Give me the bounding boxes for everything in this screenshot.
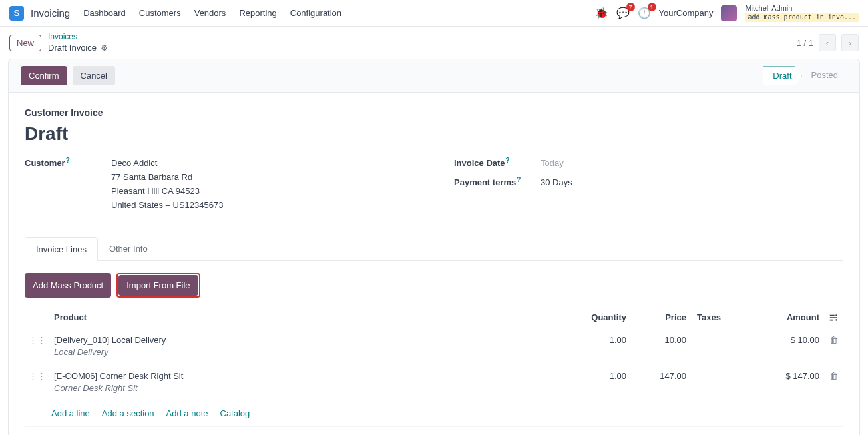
top-nav: S Invoicing Dashboard Customers Vendors … — [0, 0, 868, 27]
help-icon[interactable]: ? — [517, 176, 521, 183]
breadcrumb: Invoices Draft Invoice ⚙ — [48, 32, 108, 53]
page-title: Draft — [25, 123, 843, 145]
app-icon[interactable]: S — [9, 6, 24, 21]
nav-links: Dashboard Customers Vendors Reporting Co… — [83, 8, 594, 18]
tab-invoice-lines[interactable]: Invoice Lines — [25, 237, 98, 261]
drag-handle-icon[interactable]: ⋮⋮ — [25, 328, 50, 364]
col-settings-icon[interactable] — [823, 307, 843, 328]
cell-qty[interactable]: 1.00 — [557, 328, 630, 364]
terms-label: Payment terms? — [454, 176, 541, 187]
line-buttons: Add Mass Product Import From File — [25, 273, 843, 298]
svg-point-1 — [835, 320, 837, 321]
pager-prev[interactable]: ‹ — [819, 34, 836, 51]
cell-qty[interactable]: 1.00 — [557, 364, 630, 400]
action-bar: Confirm Cancel Draft Posted — [8, 59, 860, 93]
sub-bar: New Invoices Draft Invoice ⚙ 1 / 1 ‹ › — [0, 27, 868, 59]
form-body: Customer Invoice Draft Customer? Deco Ad… — [8, 93, 860, 435]
tab-other-info[interactable]: Other Info — [98, 236, 159, 260]
table-row[interactable]: ⋮⋮[E-COM06] Corner Desk Right SitCorner … — [25, 364, 843, 400]
cell-price[interactable]: 10.00 — [630, 328, 690, 364]
add-note-link[interactable]: Add a note — [166, 408, 208, 418]
cell-taxes[interactable] — [690, 328, 750, 364]
cell-taxes[interactable] — [690, 364, 750, 400]
col-qty: Quantity — [557, 307, 630, 328]
help-icon[interactable]: ? — [506, 157, 510, 164]
delete-row-icon[interactable]: 🗑 — [823, 328, 843, 364]
col-taxes: Taxes — [690, 307, 750, 328]
cell-product[interactable]: [E-COM06] Corner Desk Right SitCorner De… — [50, 364, 557, 400]
nav-customers[interactable]: Customers — [139, 8, 181, 18]
chat-badge: 7 — [626, 3, 635, 11]
col-amount: Amount — [750, 307, 823, 328]
chat-icon[interactable]: 💬7 — [616, 7, 630, 19]
import-from-file-button[interactable]: Import From File — [118, 275, 198, 296]
nav-configuration[interactable]: Configuration — [290, 8, 341, 18]
section-label: Customer Invoice — [25, 107, 843, 118]
invoice-date-label: Invoice Date? — [454, 157, 541, 168]
pager: 1 / 1 ‹ › — [797, 34, 859, 51]
cell-price[interactable]: 147.00 — [630, 364, 690, 400]
help-icon[interactable]: ? — [66, 157, 70, 164]
cell-amount[interactable]: $ 147.00 — [750, 364, 823, 400]
nav-reporting[interactable]: Reporting — [239, 8, 276, 18]
avatar[interactable] — [721, 5, 737, 21]
terms-value[interactable]: 30 Days — [541, 176, 572, 190]
nav-dashboard[interactable]: Dashboard — [83, 8, 126, 18]
add-mass-product-button[interactable]: Add Mass Product — [25, 273, 111, 298]
pager-next[interactable]: › — [841, 34, 859, 51]
confirm-button[interactable]: Confirm — [21, 66, 67, 85]
drag-handle-icon[interactable]: ⋮⋮ — [25, 364, 50, 400]
app-title: Invoicing — [31, 7, 70, 19]
delete-row-icon[interactable]: 🗑 — [823, 364, 843, 400]
col-product: Product — [50, 307, 557, 328]
user-block[interactable]: Mitchell Admin add_mass_product_in_invo.… — [745, 4, 859, 22]
tabs: Invoice Lines Other Info — [25, 236, 843, 261]
cell-product[interactable]: [Delivery_010] Local DeliveryLocal Deliv… — [50, 328, 557, 364]
svg-point-0 — [835, 315, 837, 316]
lines-table: Product Quantity Price Taxes Amount ⋮⋮[D… — [25, 307, 843, 401]
catalog-link[interactable]: Catalog — [220, 408, 250, 418]
bug-icon[interactable]: 🐞 — [595, 7, 608, 19]
status-draft[interactable]: Draft — [763, 66, 801, 85]
customer-label: Customer? — [25, 157, 111, 168]
activity-badge: 1 — [648, 3, 656, 11]
highlight-annotation: Import From File — [116, 273, 200, 298]
col-price: Price — [630, 307, 690, 328]
nav-right: 🐞 💬7 🕘1 YourCompany Mitchell Admin add_m… — [595, 4, 859, 22]
add-section-link[interactable]: Add a section — [102, 408, 154, 418]
cancel-button[interactable]: Cancel — [73, 66, 115, 85]
gear-icon[interactable]: ⚙ — [101, 43, 108, 53]
user-name: Mitchell Admin — [745, 4, 859, 13]
breadcrumb-parent[interactable]: Invoices — [48, 32, 108, 43]
breadcrumb-current: Draft Invoice ⚙ — [48, 43, 108, 54]
table-footer: Add a line Add a section Add a note Cata… — [25, 400, 843, 427]
cell-amount[interactable]: $ 10.00 — [750, 328, 823, 364]
status-bar: Draft Posted — [763, 66, 847, 85]
table-row[interactable]: ⋮⋮[Delivery_010] Local DeliveryLocal Del… — [25, 328, 843, 364]
company-name[interactable]: YourCompany — [659, 8, 714, 18]
activity-icon[interactable]: 🕘1 — [638, 7, 651, 19]
user-tag: add_mass_product_in_invo... — [745, 13, 859, 22]
customer-value[interactable]: Deco Addict 77 Santa Barbara Rd Pleasant… — [111, 157, 223, 212]
nav-vendors[interactable]: Vendors — [194, 8, 226, 18]
invoice-date-value[interactable]: Today — [541, 157, 564, 171]
add-line-link[interactable]: Add a line — [51, 408, 90, 418]
pager-text: 1 / 1 — [797, 38, 813, 48]
status-posted[interactable]: Posted — [802, 66, 847, 85]
new-button[interactable]: New — [9, 35, 41, 51]
